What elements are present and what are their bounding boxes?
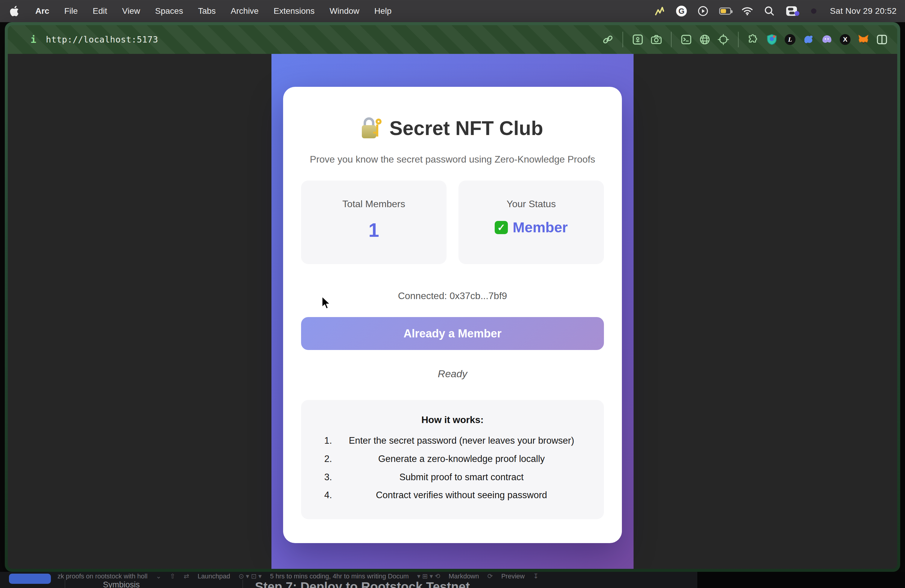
background-window-strip: zk proofs on rootstock with holl ⌄⇧⇄ Lau… — [0, 572, 905, 588]
pane-divider — [65, 580, 65, 588]
macos-menu-bar: Arc File Edit View Spaces Tabs Archive E… — [0, 0, 905, 22]
total-members-box: Total Members 1 — [301, 181, 446, 264]
link-icon[interactable] — [602, 34, 613, 45]
menu-item-help[interactable]: Help — [375, 6, 392, 16]
total-members-value: 1 — [306, 219, 442, 241]
terminal-icon[interactable] — [681, 34, 692, 45]
check-mark-icon: ✓ — [495, 221, 508, 234]
apple-logo-icon[interactable] — [8, 6, 21, 16]
arc-browser-window: i http://localhost:5173 — [5, 22, 900, 572]
connected-address: Connected: 0x37cb...7bf9 — [301, 291, 604, 302]
member-status-value: ✓ Member — [463, 219, 599, 236]
menu-bar-clock[interactable]: Sat Nov 29 20:52 — [830, 6, 897, 16]
how-step: Submit proof to smart contract — [335, 472, 588, 483]
control-center-icon[interactable] — [786, 6, 797, 16]
play-icon[interactable] — [697, 6, 709, 16]
puzzle-icon[interactable] — [748, 34, 759, 45]
page-subtitle: Prove you know the secret password using… — [301, 154, 604, 165]
split-view-icon[interactable] — [876, 34, 888, 45]
background-doc-title[interactable]: 5 hrs to mins coding, 4hr to mins writin… — [270, 572, 408, 580]
browser-viewport: Secret NFT Club Prove you know the secre… — [8, 54, 897, 569]
script-l-icon[interactable]: L — [785, 34, 795, 45]
how-it-works-title: How it works: — [317, 414, 588, 426]
rabby-icon[interactable] — [803, 34, 814, 45]
phantom-icon[interactable] — [821, 34, 833, 45]
grammarly-icon[interactable]: G — [676, 6, 687, 16]
menu-item-file[interactable]: File — [64, 6, 78, 16]
target-icon[interactable] — [718, 34, 729, 45]
background-app-window: zk proofs on rootstock with holl ⌄⇧⇄ Lau… — [0, 572, 697, 588]
secret-nft-club-card: Secret NFT Club Prove you know the secre… — [283, 87, 622, 543]
menu-item-archive[interactable]: Archive — [231, 6, 259, 16]
menu-item-view[interactable]: View — [122, 6, 140, 16]
x-icon[interactable]: X — [840, 34, 851, 45]
background-sidebar-item[interactable]: Symbiosis — [103, 580, 140, 588]
shield-icon[interactable] — [766, 34, 778, 45]
metamask-icon[interactable] — [858, 34, 869, 45]
stat-label: Your Status — [463, 199, 599, 210]
menu-item-tabs[interactable]: Tabs — [198, 6, 216, 16]
url-text[interactable]: http://localhost:5173 — [46, 35, 158, 44]
background-markdown-label[interactable]: Markdown — [449, 572, 479, 580]
menu-app-name[interactable]: Arc — [35, 6, 49, 16]
stat-label: Total Members — [306, 199, 442, 210]
pane-divider — [243, 580, 243, 588]
screen: Arc File Edit View Spaces Tabs Archive E… — [0, 0, 905, 588]
battery-icon[interactable] — [719, 6, 731, 16]
color-ring-icon[interactable] — [808, 6, 820, 16]
spotlight-icon[interactable] — [764, 6, 775, 16]
toolbar-divider — [622, 32, 623, 47]
page-gradient-background: Secret NFT Club Prove you know the secre… — [272, 54, 634, 569]
how-step: Enter the secret password (never leaves … — [335, 435, 588, 447]
browser-toolbar: i http://localhost:5173 — [8, 25, 897, 54]
already-a-member-button[interactable]: Already a Member — [301, 317, 604, 350]
mouse-cursor — [321, 296, 332, 310]
menu-item-extensions[interactable]: Extensions — [273, 6, 314, 16]
stocks-icon[interactable] — [654, 6, 666, 16]
lock-with-key-icon — [362, 118, 382, 139]
background-tab-title[interactable]: zk proofs on rootstock with holl — [57, 572, 148, 580]
address-bar[interactable]: i http://localhost:5173 — [30, 34, 158, 45]
toolbar-divider — [671, 32, 672, 47]
photo-icon[interactable] — [632, 34, 643, 45]
wifi-icon[interactable] — [741, 6, 753, 16]
page-title: Secret NFT Club — [301, 117, 604, 140]
menu-item-window[interactable]: Window — [330, 6, 359, 16]
toolbar-divider — [738, 32, 738, 47]
background-doc-heading: Step 7: Deploy to Rootstock Testnet — [255, 580, 470, 588]
your-status-box: Your Status ✓ Member — [459, 181, 604, 264]
how-it-works-box: How it works: Enter the secret password … — [301, 400, 604, 519]
how-step: Contract verifies without seeing passwor… — [335, 489, 588, 501]
menu-item-spaces[interactable]: Spaces — [155, 6, 183, 16]
menu-item-edit[interactable]: Edit — [93, 6, 107, 16]
status-text: Ready — [301, 368, 604, 380]
how-step: Generate a zero-knowledge proof locally — [335, 453, 588, 465]
background-preview-label[interactable]: Preview — [501, 572, 525, 580]
background-crumb-launchpad[interactable]: Launchpad — [197, 572, 230, 580]
site-info-icon[interactable]: i — [30, 34, 36, 45]
globe-icon[interactable] — [699, 34, 710, 45]
camera-icon[interactable] — [651, 34, 662, 45]
stats-row: Total Members 1 Your Status ✓ Member — [301, 181, 604, 264]
how-it-works-list: Enter the secret password (never leaves … — [317, 435, 588, 501]
